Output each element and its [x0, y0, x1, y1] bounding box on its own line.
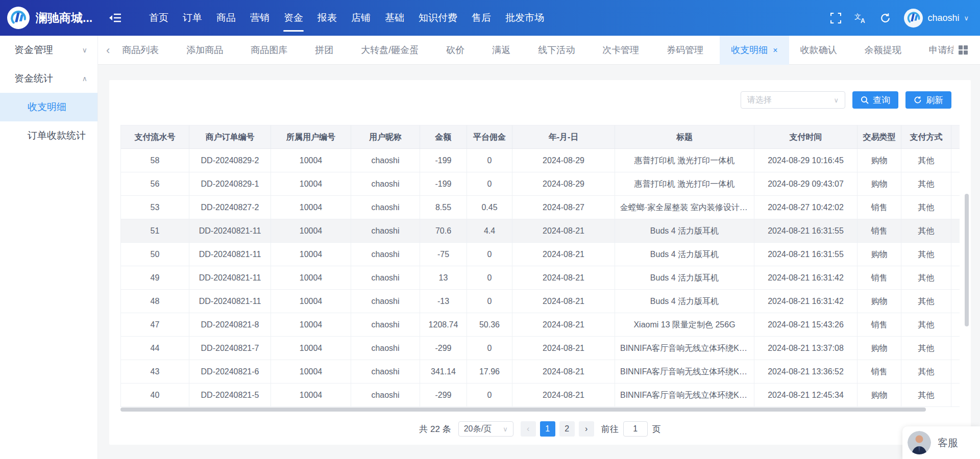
- cell-pay-method: 其他: [901, 172, 951, 195]
- top-navbar: 澜驰商城... 首页 订单 商品 营销 资金 报表 店铺 基础 知识付费 售后: [0, 0, 980, 36]
- fullscreen-icon[interactable]: [830, 13, 841, 23]
- cell-title: BINNIFA客厅音响无线立体环绕K歌...: [615, 337, 754, 360]
- goto-page-input[interactable]: [623, 421, 648, 437]
- cell-user-id: 10004: [271, 337, 351, 360]
- horizontal-scrollbar: [120, 407, 960, 412]
- refresh-icon[interactable]: [880, 13, 891, 23]
- horizontal-scrollbar-thumb[interactable]: [120, 407, 926, 412]
- sidebar-item[interactable]: 收支明细: [0, 93, 97, 121]
- vertical-scrollbar-thumb[interactable]: [965, 194, 969, 326]
- nav-menu-item[interactable]: 首页: [142, 0, 176, 36]
- sidebar-item[interactable]: 订单收款统计: [0, 121, 97, 150]
- cell-pay-method: 其他: [901, 337, 951, 360]
- nav-menu-item[interactable]: 订单: [176, 0, 209, 36]
- cell-pay-method: 其他: [901, 219, 951, 242]
- cell-amount: -199: [420, 172, 467, 195]
- customer-service-widget[interactable]: 客服: [902, 426, 980, 459]
- nav-menu-item[interactable]: 营销: [243, 0, 277, 36]
- tab[interactable]: 砍价: [435, 36, 481, 65]
- page-size-select[interactable]: 20条/页 ∨: [458, 421, 513, 437]
- grid-icon[interactable]: [959, 45, 968, 55]
- cell-pay-method: 其他: [901, 266, 951, 289]
- table-row: 51 DD-20240821-11 10004 chaoshi 70.6 4.4…: [121, 219, 960, 243]
- sidebar-group[interactable]: 资金统计 ∧: [0, 64, 97, 93]
- tab[interactable]: 商品列表: [111, 36, 175, 65]
- cell-nickname: chaoshi: [351, 172, 420, 195]
- cell-amount: 13: [420, 266, 467, 289]
- nav-menu-item[interactable]: 批发市场: [498, 0, 551, 36]
- payments-table: 支付流水号 商户订单编号 所属用户编号 用户昵称 金额 平台佣金 年-月-日: [120, 125, 960, 407]
- chevron-down-icon: ∨: [834, 96, 839, 104]
- cell-serial: 53: [121, 196, 189, 219]
- cell-amount: 70.6: [420, 219, 467, 242]
- nav-menu-item[interactable]: 知识付费: [411, 0, 464, 36]
- tab[interactable]: 线下活动: [527, 36, 591, 65]
- table-row: 50 DD-20240821-11 10004 chaoshi -75 0 20…: [121, 243, 960, 266]
- tab-label: 商品图库: [251, 45, 287, 55]
- refresh-button[interactable]: 刷新: [905, 91, 951, 109]
- nav-menu-item[interactable]: 报表: [310, 0, 344, 36]
- tab[interactable]: 收款确认: [789, 36, 853, 65]
- tab[interactable]: 商品图库: [239, 36, 304, 65]
- cell-pay-time: 2024-08-21 16:31:42: [754, 290, 857, 313]
- cell-date: 2024-08-21: [512, 219, 615, 242]
- nav-menu-item[interactable]: 商品: [209, 0, 243, 36]
- table-header-cell: 标题: [615, 125, 754, 148]
- tab[interactable]: 满返: [481, 36, 527, 65]
- cell-amount: -299: [420, 384, 467, 406]
- chevron-icon: ∨: [82, 46, 87, 54]
- cell-order-no: DD-20240827-2: [189, 196, 271, 219]
- nav-menu-item[interactable]: 售后: [464, 0, 498, 36]
- nav-menu-item[interactable]: 资金: [277, 0, 310, 36]
- tab[interactable]: 收支明细×: [720, 36, 789, 65]
- chevron-left-icon[interactable]: ‹: [106, 36, 110, 65]
- table-header-cell: 支付时间: [754, 125, 857, 148]
- tab[interactable]: 次卡管理: [591, 36, 655, 65]
- cell-trade-type: 购物: [857, 384, 901, 406]
- page-buttons: ‹ 1 2 ›: [521, 421, 594, 437]
- nav-menu-item[interactable]: 店铺: [344, 0, 378, 36]
- table-header-cell: 平台佣金: [467, 125, 512, 148]
- tab[interactable]: 大转盘/砸金蛋: [350, 36, 435, 65]
- collapse-sidebar-icon[interactable]: [109, 13, 121, 22]
- tab-label: 收支明细: [731, 45, 768, 55]
- query-button[interactable]: 查询: [852, 91, 898, 109]
- cell-user-id: 10004: [271, 149, 351, 172]
- prev-page-button[interactable]: ‹: [521, 421, 536, 437]
- tab[interactable]: 申请结算: [918, 36, 953, 65]
- cell-nickname: chaoshi: [351, 266, 420, 289]
- main-menu: 首页 订单 商品 营销 资金 报表 店铺 基础 知识付费 售后 批发市场: [142, 0, 551, 36]
- cell-amount: 341.14: [420, 360, 467, 383]
- filter-select[interactable]: 请选择 ∨: [741, 91, 845, 109]
- cell-pay-time: 2024-08-21 16:31:55: [754, 219, 857, 242]
- cell-commission: 50.36: [467, 313, 512, 336]
- sidebar-group[interactable]: 资金管理 ∨: [0, 36, 97, 64]
- cell-trade-type: 销售: [857, 313, 901, 336]
- nav-menu-item[interactable]: 基础: [378, 0, 411, 36]
- tab[interactable]: 拼团: [304, 36, 350, 65]
- cell-pay-method: 其他: [901, 196, 951, 219]
- close-icon[interactable]: ×: [773, 46, 777, 55]
- cell-date: 2024-08-21: [512, 290, 615, 313]
- cell-commission: 0: [467, 337, 512, 360]
- table-body: 58 DD-20240829-2 10004 chaoshi -199 0 20…: [121, 149, 960, 407]
- cell-order-no: DD-20240821-8: [189, 313, 271, 336]
- cell-date: 2024-08-29: [512, 149, 615, 172]
- tab-label: 添加商品: [186, 45, 223, 55]
- tab-label: 拼团: [315, 45, 333, 55]
- tab[interactable]: 余额提现: [853, 36, 918, 65]
- cell-serial: 44: [121, 337, 189, 360]
- goto-suffix: 页: [652, 423, 661, 435]
- page-number-button[interactable]: 1: [540, 421, 555, 437]
- user-menu[interactable]: chaoshi ∨: [904, 9, 969, 28]
- page-number-button[interactable]: 2: [559, 421, 575, 437]
- cell-date: 2024-08-21: [512, 313, 615, 336]
- tab[interactable]: 添加商品: [175, 36, 239, 65]
- tab[interactable]: 券码管理: [655, 36, 720, 65]
- tab-label: 次卡管理: [602, 45, 639, 55]
- support-label: 客服: [938, 436, 958, 450]
- next-page-button[interactable]: ›: [579, 421, 594, 437]
- cell-nickname: chaoshi: [351, 219, 420, 242]
- translate-icon[interactable]: 文 A: [854, 13, 867, 23]
- cell-trade-type: 销售: [857, 266, 901, 289]
